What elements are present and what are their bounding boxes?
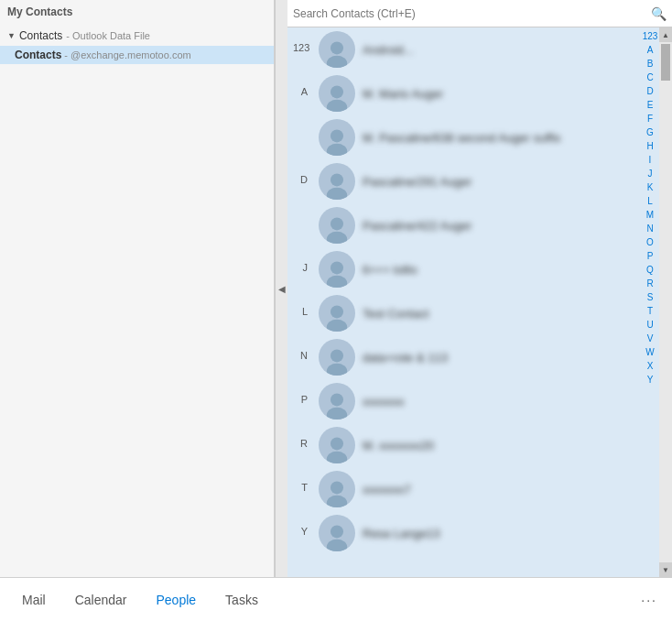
contact-row[interactable]: D Pascaline/291 Auger xyxy=(287,159,641,203)
svg-point-22 xyxy=(331,525,343,538)
svg-point-13 xyxy=(327,320,347,332)
contact-row[interactable]: 123 Android... xyxy=(287,27,641,71)
contact-avatar xyxy=(319,31,355,68)
contact-avatar xyxy=(319,427,355,463)
svg-point-7 xyxy=(327,188,347,200)
contact-row[interactable]: M. Pascaline/638 second Auger suffix xyxy=(287,115,641,159)
contact-alpha-index: L xyxy=(293,295,311,317)
contact-row[interactable]: Pascaline/422 Auger xyxy=(287,203,641,247)
svg-point-18 xyxy=(331,437,343,450)
contact-row[interactable]: J 6+++ lolllo xyxy=(287,247,641,291)
contact-name: Pascaline/291 Auger xyxy=(363,175,635,189)
sidebar-collapse-button[interactable]: ◀ xyxy=(275,0,287,577)
alpha-sidebar-letter[interactable]: I xyxy=(641,153,659,167)
alpha-sidebar-letter[interactable]: R xyxy=(641,277,659,290)
alpha-sidebar-letter[interactable]: X xyxy=(641,359,659,373)
bottom-nav: MailCalendarPeopleTasks ··· xyxy=(0,577,672,621)
svg-point-11 xyxy=(327,276,347,288)
content-area: 🔍 123 Android...A M. Mario Auger M. Pasc… xyxy=(287,0,672,577)
alpha-sidebar-letter[interactable]: C xyxy=(641,71,659,84)
svg-point-20 xyxy=(331,481,343,494)
contact-avatar xyxy=(319,251,355,288)
nav-item-tasks[interactable]: Tasks xyxy=(211,585,273,615)
alpha-sidebar-letter[interactable]: S xyxy=(641,290,659,304)
alpha-sidebar: 123ABCDEFGHIJKLMNOPQRSTUVWXY xyxy=(641,27,659,577)
nav-more-button[interactable]: ··· xyxy=(634,585,665,615)
scroll-thumb[interactable] xyxy=(661,44,670,81)
svg-point-15 xyxy=(327,364,347,376)
alpha-sidebar-letter[interactable]: 123 xyxy=(641,29,659,43)
alpha-sidebar-letter[interactable]: A xyxy=(641,43,659,57)
contact-row[interactable]: L Test Contact xyxy=(287,291,641,335)
contact-avatar xyxy=(319,163,355,200)
sidebar-item-contacts-exchange[interactable]: Contacts - @exchange.memotoo.com xyxy=(0,46,274,64)
alpha-sidebar-letter[interactable]: D xyxy=(641,84,659,98)
alpha-sidebar-letter[interactable]: Q xyxy=(641,263,659,277)
alpha-sidebar-letter[interactable]: K xyxy=(641,180,659,194)
svg-point-23 xyxy=(327,539,347,551)
alpha-sidebar-letter[interactable]: H xyxy=(641,139,659,153)
svg-point-4 xyxy=(331,129,343,142)
contacts-group-sub: - Outlook Data File xyxy=(66,30,150,41)
contact-row[interactable]: P xxxxxxx xyxy=(287,379,641,423)
contact-alpha-index: D xyxy=(293,163,311,185)
contact-alpha-index: P xyxy=(293,383,311,405)
scroll-down-button[interactable]: ▼ xyxy=(659,562,672,577)
contact-name: 6+++ lolllo xyxy=(363,263,635,277)
alpha-sidebar-letter[interactable]: U xyxy=(641,318,659,332)
alpha-sidebar-letter[interactable]: L xyxy=(641,194,659,208)
alpha-sidebar-letter[interactable]: W xyxy=(641,345,659,359)
alpha-sidebar-letter[interactable]: T xyxy=(641,304,659,318)
alpha-sidebar-letter[interactable]: G xyxy=(641,125,659,139)
scrollbar[interactable]: ▲ ▼ xyxy=(659,27,672,577)
contact-row[interactable]: T xxxxxxx7 xyxy=(287,467,641,511)
alpha-sidebar-letter[interactable]: M xyxy=(641,208,659,222)
alpha-sidebar-letter[interactable]: O xyxy=(641,235,659,249)
scroll-up-button[interactable]: ▲ xyxy=(659,27,672,42)
alpha-sidebar-letter[interactable]: B xyxy=(641,57,659,71)
search-icon[interactable]: 🔍 xyxy=(651,6,667,21)
nav-item-people[interactable]: People xyxy=(142,585,211,615)
search-input[interactable] xyxy=(293,7,651,20)
contact-name: Android... xyxy=(363,43,635,57)
contact-name: M. Pascaline/638 second Auger suffix xyxy=(363,131,635,145)
contacts-group-label: ▼ Contacts - Outlook Data File xyxy=(0,26,274,46)
alpha-sidebar-letter[interactable]: Y xyxy=(641,373,659,387)
contact-alpha-index xyxy=(293,207,311,218)
alpha-sidebar-letter[interactable]: N xyxy=(641,222,659,235)
sidebar-section: ▼ Contacts - Outlook Data File Contacts … xyxy=(0,26,274,64)
contact-row[interactable]: R M. xxxxxxx20 xyxy=(287,423,641,467)
contact-row[interactable]: N data+rote & 113 xyxy=(287,335,641,379)
alpha-sidebar-letter[interactable]: F xyxy=(641,112,659,125)
svg-point-12 xyxy=(331,305,343,318)
svg-point-3 xyxy=(327,100,347,112)
svg-point-14 xyxy=(331,349,343,362)
alpha-sidebar-letter[interactable]: J xyxy=(641,167,659,180)
svg-point-5 xyxy=(327,144,347,156)
contact-avatar xyxy=(319,339,355,376)
svg-point-21 xyxy=(327,496,347,507)
contact-avatar xyxy=(319,207,355,244)
expand-icon: ▼ xyxy=(7,31,16,40)
contacts-group-name: Contacts xyxy=(19,29,62,42)
contact-name: M. Mario Auger xyxy=(363,87,635,101)
contact-row[interactable]: A M. Mario Auger xyxy=(287,71,641,115)
svg-point-0 xyxy=(331,41,343,54)
contact-avatar xyxy=(319,471,355,507)
svg-point-1 xyxy=(327,56,347,68)
collapse-icon: ◀ xyxy=(278,284,286,294)
alpha-sidebar-letter[interactable]: E xyxy=(641,98,659,112)
contact-alpha-index: T xyxy=(293,471,311,493)
contact-name: xxxxxxx xyxy=(363,395,635,409)
contact-alpha-index: N xyxy=(293,339,311,361)
alpha-sidebar-letter[interactable]: V xyxy=(641,332,659,345)
svg-point-8 xyxy=(331,217,343,230)
contact-name: Pascaline/422 Auger xyxy=(363,219,635,233)
contact-row[interactable]: Y Resa Lange13 xyxy=(287,511,641,555)
contacts-list[interactable]: 123 Android...A M. Mario Auger M. Pascal… xyxy=(287,27,641,577)
nav-item-calendar[interactable]: Calendar xyxy=(60,585,142,615)
alpha-sidebar-letter[interactable]: P xyxy=(641,249,659,263)
contact-name: Test Contact xyxy=(363,307,635,321)
nav-item-mail[interactable]: Mail xyxy=(7,585,60,615)
svg-point-10 xyxy=(331,261,343,274)
